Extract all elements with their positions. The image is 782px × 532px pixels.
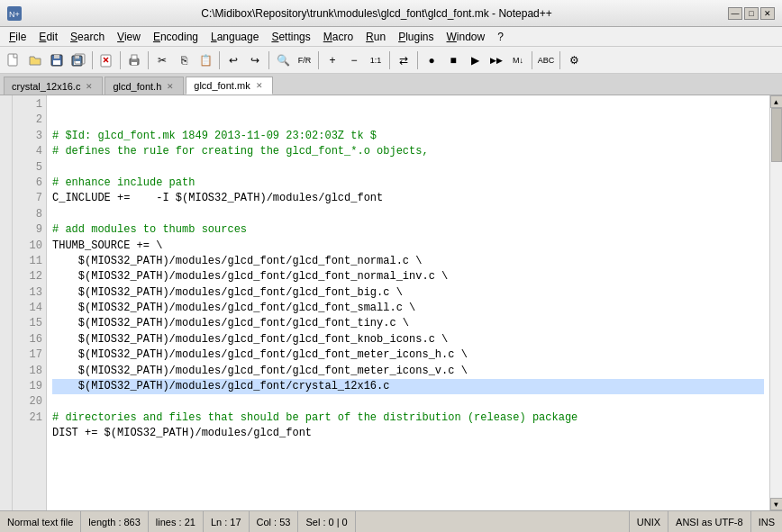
menu-encoding[interactable]: Encoding [148,29,204,45]
vertical-scrollbar[interactable]: ▲ ▼ [769,95,782,510]
tab-close-glcd-mk[interactable]: ✕ [254,80,265,91]
menu-search[interactable]: Search [65,29,110,45]
scroll-down-arrow[interactable]: ▼ [770,498,783,510]
title-bar: N+ C:\Midibox\Repository\trunk\modules\g… [0,0,782,27]
svg-rect-5 [53,60,60,65]
code-line-20: DIST += $(MIOS32_PATH)/modules/glcd_font [52,426,764,441]
menu-view[interactable]: View [112,29,146,45]
save-all-button[interactable] [68,50,88,70]
line-number-5: 5 [14,160,42,176]
menu-file[interactable]: File [4,29,32,45]
code-area[interactable]: # $Id: glcd_font.mk 1849 2013-11-09 23:0… [47,95,769,510]
stop-macro-button[interactable]: ■ [443,50,463,70]
svg-rect-2 [8,54,17,66]
code-line-3 [52,160,764,176]
line-number-16: 16 [14,332,42,347]
toolbar-sep-4 [219,51,220,69]
tab-crystal[interactable]: crystal_12x16.c ✕ [4,77,103,95]
code-line-7: # add modules to thumb sources [52,222,764,238]
tab-close-glcd-h[interactable]: ✕ [165,81,176,92]
code-line-6 [52,207,764,222]
status-encoding: ANSI as UTF-8 [668,511,751,532]
maximize-button[interactable]: □ [744,7,759,20]
toolbar-sep-10 [559,51,560,69]
record-macro-button[interactable]: ● [422,50,441,70]
menu-run[interactable]: Run [360,29,391,45]
save-button[interactable] [47,50,67,70]
find-button[interactable]: 🔍 [273,50,293,70]
minimize-button[interactable]: — [728,7,742,20]
line-number-21: 21 [14,410,42,426]
status-length: length : 863 [81,511,149,532]
settings-button[interactable]: ⚙ [564,50,584,70]
line-number-4: 4 [14,144,42,159]
status-lines: lines : 21 [149,511,204,532]
status-spacer [356,511,630,532]
menu-language[interactable]: Language [205,29,264,45]
code-line-13: $(MIOS32_PATH)/modules/glcd_font/glcd_fo… [52,316,764,331]
line-numbers: 123456789101112131415161718192021 [13,95,47,510]
toolbar-sep-5 [268,51,269,69]
app-icon: N+ [7,6,22,21]
code-line-1: # $Id: glcd_font.mk 1849 2013-11-09 23:0… [52,129,764,144]
svg-rect-4 [54,55,59,59]
menu-window[interactable]: Window [441,29,491,45]
status-col: Col : 53 [250,511,299,532]
copy-button[interactable]: ⎘ [174,50,194,70]
toolbar-sep-8 [417,51,418,69]
code-line-12: $(MIOS32_PATH)/modules/glcd_font/glcd_fo… [52,301,764,316]
menu-plugins[interactable]: Plugins [393,29,439,45]
status-cursor-ln: Ln : 17 [204,511,250,532]
spell-button[interactable]: ABC [536,50,556,70]
paste-button[interactable]: 📋 [196,50,215,70]
status-sel: Sel : 0 | 0 [298,511,355,532]
play-macro-button[interactable]: ▶ [465,50,485,70]
tab-bar: crystal_12x16.c ✕ glcd_font.h ✕ glcd_fon… [0,74,782,95]
scroll-track[interactable] [770,108,782,498]
zoom-restore-button[interactable]: 1:1 [366,50,386,70]
toolbar-sep-7 [389,51,390,69]
line-number-17: 17 [14,347,42,363]
svg-rect-7 [75,56,79,59]
line-number-19: 19 [14,379,42,394]
run-macro-button[interactable]: ▶▶ [486,50,506,70]
new-button[interactable] [4,50,23,70]
scroll-thumb[interactable] [771,108,782,162]
status-bar: Normal text file length : 863 lines : 21… [0,510,782,532]
find-replace-button[interactable]: F/R [295,50,314,70]
toolbar: ✂ ⎘ 📋 ↩ ↪ 🔍 F/R + − 1:1 ⇄ ● ■ ▶ ▶▶ M↓ AB… [0,47,782,74]
tab-glcd-font-h[interactable]: glcd_font.h ✕ [105,77,184,95]
close-doc-button[interactable] [96,50,116,70]
code-line-9: $(MIOS32_PATH)/modules/glcd_font/glcd_fo… [52,254,764,269]
cut-button[interactable]: ✂ [152,50,172,70]
scroll-up-arrow[interactable]: ▲ [770,95,783,108]
line-number-18: 18 [14,364,42,379]
toolbar-sep-1 [92,51,93,69]
close-button[interactable]: ✕ [760,7,775,20]
tab-glcd-font-mk[interactable]: glcd_font.mk ✕ [186,77,272,95]
menu-help[interactable]: ? [492,29,509,45]
menu-edit[interactable]: Edit [33,29,63,45]
line-number-15: 15 [14,316,42,331]
menu-settings[interactable]: Settings [266,29,315,45]
zoom-in-button[interactable]: + [323,50,342,70]
sync-button[interactable]: ⇄ [394,50,414,70]
code-line-21 [52,442,764,457]
tab-close-crystal[interactable]: ✕ [84,81,95,92]
undo-button[interactable]: ↩ [223,50,243,70]
line-number-8: 8 [14,207,42,222]
toolbar-sep-9 [532,51,532,69]
open-button[interactable] [25,50,45,70]
code-line-15: $(MIOS32_PATH)/modules/glcd_font/glcd_fo… [52,347,764,363]
print-button[interactable] [124,50,144,70]
code-line-14: $(MIOS32_PATH)/modules/glcd_font/glcd_fo… [52,332,764,347]
zoom-out-button[interactable]: − [344,50,364,70]
window-controls: — □ ✕ [728,7,775,20]
save-macro-button[interactable]: M↓ [508,50,528,70]
menu-macro[interactable]: Macro [318,29,359,45]
toolbar-sep-6 [318,51,319,69]
svg-text:N+: N+ [9,10,20,19]
redo-button[interactable]: ↪ [245,50,265,70]
code-line-16: $(MIOS32_PATH)/modules/glcd_font/glcd_fo… [52,364,764,379]
tab-label-glcd-h: glcd_font.h [113,81,161,92]
